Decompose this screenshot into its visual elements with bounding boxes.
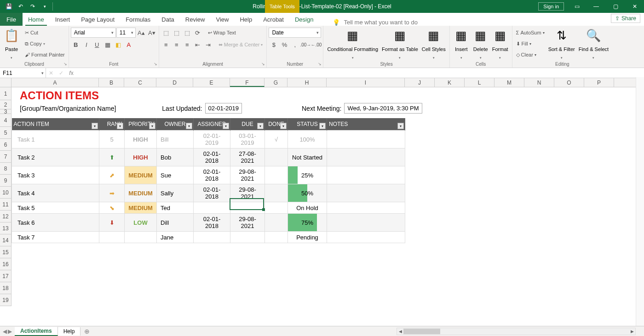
column-header[interactable]: P (584, 78, 614, 87)
table-cell[interactable] (327, 202, 405, 214)
row-header[interactable]: 4 (0, 114, 11, 127)
table-cell[interactable]: 25% (288, 166, 327, 184)
table-row[interactable]: Task 2⬆HIGHBob02-01-201827-08-2021Not St… (12, 148, 405, 166)
table-cell[interactable]: 75% (288, 214, 327, 232)
select-all-corner[interactable] (0, 78, 12, 87)
chevron-right-icon[interactable]: ▶ (8, 328, 12, 335)
insert-cells-button[interactable]: ▦Insert▾ (452, 28, 471, 61)
sort-filter-button[interactable]: ⇅Sort & Filter▾ (546, 28, 577, 61)
table-cell[interactable]: Task 7 (12, 232, 99, 243)
table-cell[interactable] (265, 214, 288, 232)
align-middle-button[interactable]: ⬚ (172, 28, 182, 38)
delete-cells-button[interactable]: ▦Delete▾ (471, 28, 490, 61)
align-left-button[interactable]: ≡ (161, 40, 171, 50)
table-cell[interactable]: ⬆ (99, 148, 125, 166)
table-cell[interactable]: LOW (125, 214, 157, 232)
underline-button[interactable]: U (92, 40, 102, 50)
row-header[interactable]: 18 (0, 282, 11, 294)
table-row[interactable]: Task 6⬇LOWDill02-01-201829-08-202175% (12, 214, 405, 232)
table-cell[interactable] (327, 166, 405, 184)
row-header[interactable]: 15 (0, 246, 11, 258)
dialog-launcher-icon[interactable]: ↘ (63, 62, 67, 66)
table-row[interactable]: Task 4➡MEDIUMSally02-01-201829-08-202150… (12, 184, 405, 202)
table-cell[interactable]: √ (265, 131, 288, 148)
align-right-button[interactable]: ≡ (182, 40, 192, 50)
dialog-launcher-icon[interactable]: ↘ (154, 62, 157, 66)
table-cell[interactable]: Bob (157, 148, 194, 166)
fx-icon[interactable]: fx (66, 70, 76, 76)
table-cell[interactable]: 02-01-2019 (194, 131, 230, 148)
bold-button[interactable]: B (71, 40, 81, 50)
column-header[interactable]: A (12, 78, 99, 87)
table-cell[interactable]: Task 1 (12, 131, 99, 148)
currency-button[interactable]: $ (269, 40, 279, 50)
last-updated-value[interactable]: 02-01-2019 (205, 103, 242, 114)
table-header[interactable]: NOTES▾ (327, 118, 405, 131)
row-header[interactable]: 10 (0, 187, 11, 199)
cancel-formula-icon[interactable]: ✕ (46, 70, 56, 76)
table-cell[interactable]: Sue (157, 166, 194, 184)
table-cell[interactable]: Task 6 (12, 214, 99, 232)
copy-button[interactable]: ⧉Copy▾ (23, 39, 67, 49)
table-cell[interactable]: 29-08-2021 (230, 184, 265, 202)
table-cell[interactable]: MEDIUM (125, 166, 157, 184)
filter-dropdown-icon[interactable]: ▾ (149, 123, 155, 129)
table-cell[interactable]: 02-01-2018 (194, 148, 230, 166)
font-color-button[interactable]: A (124, 40, 134, 50)
row-header[interactable]: 2 (0, 100, 11, 109)
increase-indent-button[interactable]: ⇥ (203, 40, 213, 50)
table-cell[interactable]: On Hold (288, 202, 327, 214)
row-header[interactable]: 19 (0, 294, 11, 306)
table-cell[interactable] (327, 131, 405, 148)
dialog-launcher-icon[interactable]: ↘ (261, 62, 265, 66)
filter-dropdown-icon[interactable]: ▾ (280, 123, 287, 129)
number-format-combo[interactable]: Date (269, 28, 321, 38)
clear-button[interactable]: ◇Clear▾ (514, 50, 546, 60)
table-cell[interactable]: 02-01-2018 (194, 214, 230, 232)
tab-page-layout[interactable]: Page Layout (75, 13, 120, 26)
row-header[interactable]: 17 (0, 270, 11, 282)
table-cell[interactable] (265, 148, 288, 166)
table-cell[interactable]: Sally (157, 184, 194, 202)
scrollbar-thumb[interactable] (403, 329, 440, 334)
column-header[interactable]: F (230, 78, 264, 87)
table-cell[interactable]: Pending (288, 232, 327, 243)
wrap-text-button[interactable]: ↩Wrap Text (206, 28, 238, 38)
format-cells-button[interactable]: ▦Format▾ (490, 28, 510, 61)
tab-design[interactable]: Design (289, 13, 319, 26)
add-sheet-button[interactable]: ⊕ (80, 328, 93, 335)
table-header[interactable]: ASSIGNED▾ (194, 118, 230, 131)
maximize-icon[interactable]: ▢ (606, 0, 625, 13)
qat-customize-icon[interactable]: ▾ (40, 1, 50, 11)
tab-help[interactable]: Help (234, 13, 258, 26)
sheet-nav[interactable]: ◀▶ (0, 328, 15, 335)
undo-icon[interactable]: ↶ (16, 1, 26, 11)
dialog-launcher-icon[interactable]: ↘ (318, 62, 322, 66)
table-cell[interactable]: 29-08-2021 (230, 214, 265, 232)
fill-button[interactable]: ⬇Fill▾ (514, 39, 546, 49)
table-cell[interactable]: HIGH (125, 148, 157, 166)
signin-button[interactable]: Sign in (538, 2, 564, 11)
ribbon-display-icon[interactable]: ▭ (568, 0, 586, 13)
table-cell[interactable]: 02-01-2018 (194, 166, 230, 184)
autosum-button[interactable]: ΣAutoSum▾ (514, 28, 546, 38)
table-cell[interactable]: ➡ (99, 184, 125, 202)
row-header[interactable]: 14 (0, 234, 11, 246)
row-header[interactable]: 3 (0, 109, 11, 114)
sheet-tab-help[interactable]: Help (58, 327, 81, 336)
column-header[interactable]: D (156, 78, 193, 87)
table-cell[interactable] (230, 202, 265, 214)
table-cell[interactable]: 02-01-2018 (194, 184, 230, 202)
table-cell[interactable] (194, 232, 230, 243)
format-painter-button[interactable]: 🖌Format Painter (23, 50, 67, 60)
table-cell[interactable]: 27-08-2021 (230, 148, 265, 166)
table-cell[interactable] (327, 232, 405, 243)
column-header[interactable]: H (288, 78, 327, 87)
table-cell[interactable]: MEDIUM (125, 202, 157, 214)
horizontal-scrollbar[interactable]: ◀ ▶ (397, 328, 636, 335)
table-cell[interactable]: 29-08-2021 (230, 166, 265, 184)
filter-dropdown-icon[interactable]: ▾ (319, 123, 326, 129)
column-header[interactable]: O (554, 78, 584, 87)
table-cell[interactable]: Not Started (288, 148, 327, 166)
row-header[interactable]: 13 (0, 222, 11, 234)
